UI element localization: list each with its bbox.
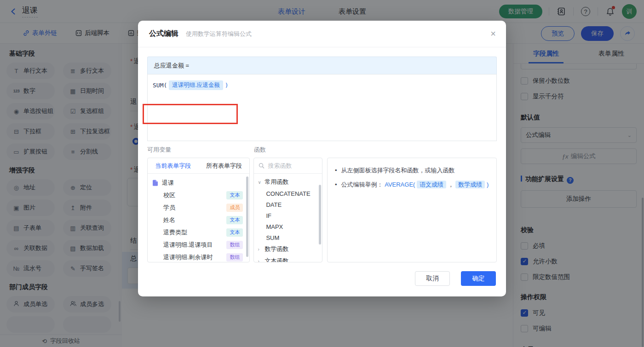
formula-expression: SUM( 退课明细.应退金额 ) bbox=[153, 80, 491, 90]
formula-editor-modal: 公式编辑 使用数学运算符编辑公式 × 总应退金额 = SUM( 退课明细.应退金… bbox=[138, 21, 506, 296]
modal-subtitle: 使用数学运算符编辑公式 bbox=[186, 30, 252, 38]
type-badge: 数组 bbox=[226, 253, 243, 262]
var-row[interactable]: 学员成员 bbox=[148, 201, 249, 214]
example-field-chip: 数学成绩 bbox=[455, 181, 485, 188]
var-row[interactable]: 退课明细.剩余课时数组 bbox=[148, 251, 249, 262]
formula-editor[interactable]: SUM( 退课明细.应退金额 ) bbox=[147, 74, 497, 141]
variables-panel: 当前表单字段 所有表单字段 退课 校区文本 学员成员 姓名文本 退费类型文本 退… bbox=[147, 158, 250, 262]
screen: 退课 表单设计 表单设置 数据管理 ? 训 表单外链 bbox=[0, 0, 644, 347]
type-badge: 文本 bbox=[226, 216, 243, 224]
group-math-functions[interactable]: ›数学函数 bbox=[254, 243, 322, 255]
func-sum[interactable]: SUM bbox=[254, 232, 322, 243]
tree-root[interactable]: 退课 bbox=[148, 176, 249, 189]
formula-func: SUM( bbox=[153, 82, 167, 89]
tab-all-form-fields[interactable]: 所有表单字段 bbox=[206, 162, 242, 170]
chevron-down-icon: ∨ bbox=[258, 180, 262, 185]
formula-close-paren: ) bbox=[225, 82, 229, 89]
example-func: AVERAGE( bbox=[385, 181, 415, 188]
modal-title: 公式编辑 bbox=[149, 29, 178, 39]
cancel-button[interactable]: 取消 bbox=[415, 271, 450, 286]
variables-scrollbar[interactable] bbox=[246, 176, 248, 257]
form-doc-icon bbox=[152, 180, 158, 186]
var-row[interactable]: 校区文本 bbox=[148, 189, 249, 201]
confirm-button[interactable]: 确定 bbox=[461, 271, 496, 286]
modal-body: 总应退金额 = SUM( 退课明细.应退金额 ) 可用变量 函数 当前表单字段 bbox=[138, 47, 506, 286]
search-icon bbox=[259, 163, 264, 169]
search-placeholder: 搜索函数 bbox=[268, 162, 292, 170]
variables-tabs: 当前表单字段 所有表单字段 bbox=[148, 158, 249, 174]
functions-panel: 搜索函数 ∨常用函数 CONCATENATE DATE IF MAPX SUM … bbox=[253, 158, 322, 262]
variables-label: 可用变量 bbox=[147, 146, 254, 154]
panels-row: 当前表单字段 所有表单字段 退课 校区文本 学员成员 姓名文本 退费类型文本 退… bbox=[147, 158, 497, 262]
var-row[interactable]: 退课明细.退课项目数组 bbox=[148, 239, 249, 251]
tips-panel: •从左侧面板选择字段名和函数，或输入函数 • 公式编辑举例： AVERAGE( … bbox=[327, 158, 497, 262]
chevron-right-icon: › bbox=[258, 247, 262, 252]
group-common-functions[interactable]: ∨常用函数 bbox=[254, 176, 322, 188]
group-text-functions[interactable]: ›文本函数 bbox=[254, 255, 322, 262]
tip-line-2: • 公式编辑举例： AVERAGE( 语文成绩 ， 数学成绩 ) bbox=[335, 180, 489, 189]
function-search[interactable]: 搜索函数 bbox=[254, 158, 322, 174]
field-token[interactable]: 退课明细.应退金额 bbox=[169, 80, 223, 90]
var-row[interactable]: 姓名文本 bbox=[148, 214, 249, 226]
formula-target: 总应退金额 = bbox=[147, 57, 497, 74]
tip-line-1: •从左侧面板选择字段名和函数，或输入函数 bbox=[335, 166, 489, 175]
functions-label: 函数 bbox=[254, 146, 266, 154]
func-concatenate[interactable]: CONCATENATE bbox=[254, 188, 322, 199]
modal-footer: 取消 确定 bbox=[147, 271, 497, 286]
type-badge: 文本 bbox=[226, 191, 243, 199]
modal-header: 公式编辑 使用数学运算符编辑公式 × bbox=[138, 21, 506, 47]
chevron-right-icon: › bbox=[258, 259, 262, 263]
type-badge: 数组 bbox=[226, 241, 243, 249]
func-if[interactable]: IF bbox=[254, 210, 322, 221]
variables-tree: 退课 校区文本 学员成员 姓名文本 退费类型文本 退课明细.退课项目数组 退课明… bbox=[148, 174, 249, 262]
type-badge: 成员 bbox=[226, 204, 243, 212]
func-date[interactable]: DATE bbox=[254, 199, 322, 210]
panel-labels: 可用变量 函数 bbox=[147, 146, 497, 154]
func-mapx[interactable]: MAPX bbox=[254, 221, 322, 232]
functions-scrollbar[interactable] bbox=[319, 185, 321, 245]
close-icon[interactable]: × bbox=[490, 29, 496, 38]
var-row[interactable]: 退费类型文本 bbox=[148, 226, 249, 239]
example-field-chip: 语文成绩 bbox=[417, 181, 446, 188]
type-badge: 文本 bbox=[226, 228, 243, 237]
tab-current-form-fields[interactable]: 当前表单字段 bbox=[155, 162, 191, 170]
